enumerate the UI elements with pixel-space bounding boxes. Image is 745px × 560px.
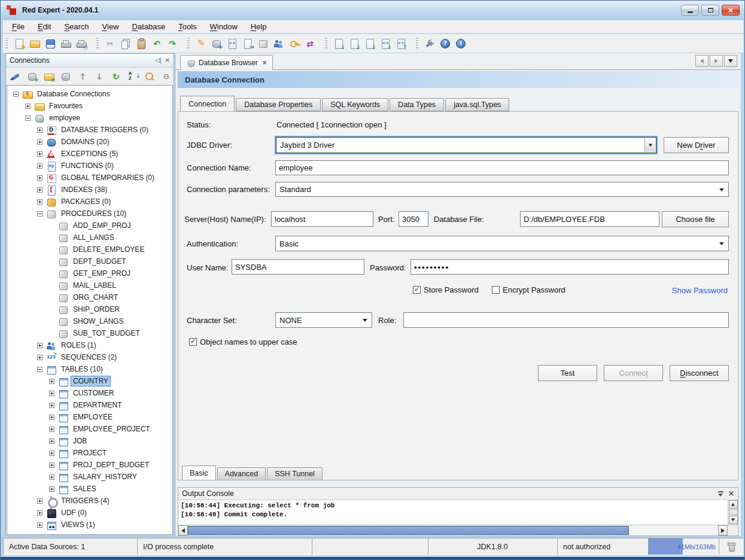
tab-database-properties[interactable]: Database Properties: [236, 98, 321, 111]
garbage-collect-button[interactable]: [719, 538, 743, 555]
tree-item-sales[interactable]: SALES: [7, 483, 172, 495]
horizontal-scroll-thumb[interactable]: [188, 526, 629, 535]
scroll-up-button[interactable]: [729, 500, 738, 509]
memory-indicator[interactable]: 41Mb/163Mb: [648, 538, 719, 555]
tree-toggle-icon[interactable]: [37, 355, 42, 360]
authentication-select[interactable]: Basic: [275, 236, 729, 251]
subtab-basic[interactable]: Basic: [182, 465, 216, 480]
tree-item-views-1[interactable]: VIEWS (1): [7, 519, 172, 531]
tree-toggle-icon[interactable]: [37, 510, 42, 516]
title-bar[interactable]: Red Expert - 2020.04.1 ✕: [1, 1, 744, 20]
tree-item-add-emp-proj[interactable]: ADD_EMP_PROJ: [7, 220, 172, 232]
test-button[interactable]: Test: [538, 365, 597, 381]
tree-item-show-langs[interactable]: SHOW_LANGS: [7, 315, 172, 327]
connect-button[interactable]: Connect: [604, 365, 663, 381]
tree-item-org-chart[interactable]: ORG_CHART: [7, 291, 172, 303]
tree-toggle-icon[interactable]: [37, 367, 42, 372]
tree-item-delete-employee[interactable]: DELETE_EMPLOYEE: [7, 244, 172, 255]
tree-item-functions-0[interactable]: xyFUNCTIONS (0): [7, 160, 172, 172]
tree-item-salary-history[interactable]: SALARY_HISTORY: [7, 471, 172, 483]
delete-database-button[interactable]: [59, 69, 74, 84]
tree-toggle-icon[interactable]: [37, 343, 42, 348]
tree-item-employee[interactable]: ✓employee: [7, 112, 172, 124]
subtab-ssh-tunnel[interactable]: SSH Tunnel: [267, 467, 323, 480]
tree-toggle-icon[interactable]: [37, 151, 42, 157]
subtab-advanced[interactable]: Advanced: [217, 467, 266, 480]
tree-toggle-icon[interactable]: [49, 439, 54, 444]
edit-button[interactable]: ✎: [193, 36, 209, 51]
server-host-input[interactable]: [271, 211, 373, 227]
tree-item-database-triggers-0[interactable]: DDATABASE TRIGGERS (0): [7, 124, 172, 136]
connection-parameters-select[interactable]: Standard: [275, 182, 729, 197]
tree-toggle-icon[interactable]: [37, 187, 42, 193]
tree-toggle-icon[interactable]: [49, 474, 54, 480]
move-up-button[interactable]: ↑: [75, 69, 90, 84]
open-folder-button[interactable]: [27, 36, 42, 51]
encrypt-password-checkbox[interactable]: Encrypt Password: [492, 285, 565, 294]
tree-item-sub-tot-budget[interactable]: SUB_TOT_BUDGET: [7, 327, 172, 339]
preferences-button[interactable]: [422, 36, 437, 51]
new-database-button[interactable]: +: [25, 69, 40, 84]
upper-case-checkbox[interactable]: Object names to upper case: [189, 337, 297, 346]
connect-button[interactable]: [8, 69, 23, 84]
tree-item-favourites[interactable]: Favourites: [7, 100, 172, 112]
save-button[interactable]: [42, 36, 58, 51]
tab-data-types[interactable]: Data Types: [390, 98, 444, 111]
password-input[interactable]: [410, 259, 729, 275]
tab-list-button[interactable]: [724, 55, 737, 67]
database-file-input[interactable]: [520, 211, 659, 227]
tree-item-proj-dept-budget[interactable]: PROJ_DEPT_BUDGET: [7, 459, 172, 471]
tree-item-country[interactable]: COUNTRY: [7, 375, 172, 387]
tree-item-roles-1[interactable]: ROLES (1): [7, 339, 172, 351]
cut-button[interactable]: ✂: [102, 36, 118, 51]
print-button[interactable]: [58, 36, 74, 51]
tab-connection[interactable]: Connection: [180, 96, 235, 111]
character-set-select[interactable]: NONE: [275, 312, 372, 328]
search-button[interactable]: [142, 69, 157, 84]
connection-name-input[interactable]: [275, 160, 729, 175]
menu-help[interactable]: Help: [244, 21, 273, 32]
tree-item-employee[interactable]: EMPLOYEE: [7, 411, 172, 423]
scroll-tabs-right-button[interactable]: [710, 55, 723, 67]
tree-item-department[interactable]: DEPARTMENT: [7, 399, 172, 411]
scroll-tabs-left-button[interactable]: [695, 55, 708, 67]
export-script-button[interactable]: →: [240, 36, 256, 51]
tree-toggle-icon[interactable]: [49, 462, 54, 468]
menu-edit[interactable]: Edit: [31, 21, 57, 32]
execute-script-button[interactable]: <>: [224, 36, 240, 51]
new-file-button[interactable]: ✱: [11, 36, 27, 51]
print-preview-button[interactable]: ○: [74, 36, 89, 51]
tree-toggle-icon[interactable]: [37, 175, 42, 181]
new-folder-button[interactable]: +: [42, 69, 57, 84]
package-button[interactable]: [256, 36, 271, 51]
tree-item-job[interactable]: JOB: [7, 435, 172, 447]
tree-item-udf-0[interactable]: ✓UDF (0): [7, 507, 172, 519]
key-button[interactable]: [287, 36, 302, 51]
tree-item-database-connections[interactable]: ϟDatabase Connections: [7, 88, 172, 100]
tree-item-ship-order[interactable]: SHIP_ORDER: [7, 303, 172, 315]
tree-item-sequences-2[interactable]: 123↘SEQUENCES (2): [7, 351, 172, 363]
maximize-button[interactable]: [701, 5, 719, 16]
vertical-scroll-thumb[interactable]: [729, 509, 738, 515]
tree-item-packages-0[interactable]: PACKAGES (0): [7, 196, 172, 208]
tree-toggle-icon[interactable]: [37, 199, 42, 205]
minimize-button[interactable]: [681, 5, 699, 16]
tree-item-get-emp-proj[interactable]: GET_EMP_PROJ: [7, 267, 172, 279]
copy-button[interactable]: [118, 36, 133, 51]
add-database-button[interactable]: +: [209, 36, 224, 51]
about-button[interactable]: i: [453, 36, 469, 51]
disconnect-button[interactable]: Disconnect: [670, 365, 729, 381]
role-input[interactable]: [403, 312, 729, 328]
scroll-right-button[interactable]: [718, 525, 728, 535]
refresh-button[interactable]: ↻: [108, 69, 123, 84]
tree-item-indexes-38[interactable]: [INDEXES (38): [7, 184, 172, 196]
console-horizontal-scrollbar[interactable]: [178, 525, 738, 535]
tree-toggle-icon[interactable]: [49, 427, 54, 432]
port-input[interactable]: [399, 211, 428, 227]
menu-search[interactable]: Search: [57, 21, 95, 32]
menu-tools[interactable]: Tools: [172, 21, 203, 32]
show-password-link[interactable]: Show Password: [672, 286, 728, 295]
tree-item-exceptions-5[interactable]: AEXCEPTIONS (5): [7, 148, 172, 160]
scroll-down-button[interactable]: [729, 516, 738, 524]
scroll-left-button[interactable]: [178, 525, 188, 535]
